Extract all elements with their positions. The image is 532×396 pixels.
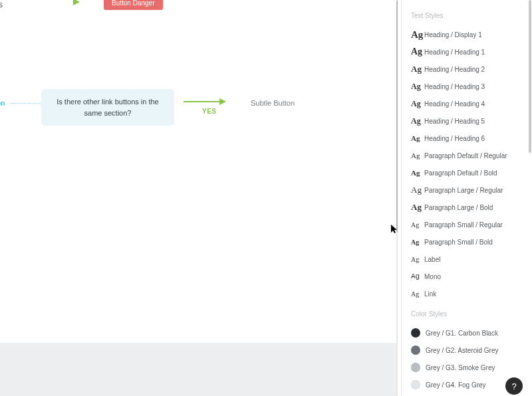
ag-sample-icon: Ag <box>411 116 424 126</box>
text-style-name: Heading / Heading 1 <box>424 49 485 56</box>
text-style-name: Paragraph Default / Regular <box>424 152 507 159</box>
text-style-name: Paragraph Small / Bold <box>424 239 493 246</box>
text-style-item[interactable]: AgParagraph Large / Bold <box>411 199 532 216</box>
text-style-name: Paragraph Small / Regular <box>424 221 503 229</box>
text-style-item[interactable]: AgLink <box>411 285 532 302</box>
color-style-name: Grey / G3. Smoke Grey <box>426 364 495 371</box>
text-style-item[interactable]: AgParagraph Small / Bold <box>411 233 532 250</box>
text-style-item[interactable]: AgParagraph Large / Regular <box>411 181 532 199</box>
text-style-name: Link <box>424 290 436 298</box>
text-style-item[interactable]: AgParagraph Small / Regular <box>411 216 532 233</box>
text-styles-heading: Text Styles <box>411 12 532 19</box>
text-style-item[interactable]: AgHeading / Heading 4 <box>411 95 532 112</box>
text-style-name: Heading / Heading 2 <box>424 66 485 73</box>
help-button[interactable]: ? <box>505 377 523 395</box>
text-style-item[interactable]: AgHeading / Heading 6 <box>411 130 532 147</box>
color-style-name: Grey / G4. Fog Grey <box>426 381 486 389</box>
text-style-item[interactable]: AgParagraph Default / Bold <box>411 164 532 181</box>
dotted-connector <box>10 103 41 104</box>
text-style-name: Heading / Heading 5 <box>424 118 485 125</box>
color-style-item[interactable]: Grey / G3. Smoke Grey <box>411 359 532 376</box>
text-style-item[interactable]: AgHeading / Heading 2 <box>411 60 532 78</box>
ag-sample-icon: Ag <box>411 290 424 298</box>
color-style-name: Grey / G2. Asteroid Grey <box>426 347 498 354</box>
ag-sample-icon: Ag <box>411 64 424 74</box>
ag-sample-icon: Ag <box>411 202 424 213</box>
text-style-name: Heading / Heading 6 <box>424 135 485 142</box>
canvas-section-bg <box>0 343 398 396</box>
cropped-label: s <box>0 0 3 9</box>
text-style-item[interactable]: AgParagraph Default / Regular <box>411 147 532 164</box>
ag-sample-icon: Ag <box>411 134 424 142</box>
text-style-name: Heading / Heading 4 <box>424 100 485 108</box>
ag-sample-icon: Ag <box>411 151 424 159</box>
color-style-item[interactable]: Grey / G2. Asteroid Grey <box>411 342 532 359</box>
subtle-button-label: Subtle Button <box>251 99 295 107</box>
text-style-name: Label <box>424 256 440 263</box>
color-styles-heading: Color Styles <box>411 310 532 318</box>
ag-sample-icon: Ag <box>411 169 424 177</box>
panel-scrollbar-thumb[interactable] <box>529 0 531 153</box>
canvas-scrollbar[interactable] <box>396 0 398 396</box>
ag-sample-icon: Ag <box>411 82 424 92</box>
text-style-item[interactable]: AgHeading / Heading 5 <box>411 112 532 130</box>
text-style-name: Paragraph Large / Bold <box>424 204 493 211</box>
color-swatch-icon <box>411 328 420 338</box>
color-swatch-icon <box>411 363 420 372</box>
ag-sample-icon: Ag <box>411 29 424 41</box>
text-style-name: Heading / Heading 3 <box>424 83 485 90</box>
decision-node[interactable]: Is there other link buttons in the same … <box>41 89 174 126</box>
text-style-item[interactable]: AgHeading / Display 1 <box>411 26 532 43</box>
text-style-item[interactable]: AgLabel <box>411 250 532 268</box>
arrow-icon <box>73 0 80 5</box>
color-swatch-icon <box>411 346 420 355</box>
ag-sample-icon: Ag <box>411 256 424 263</box>
arrow-yes <box>184 101 221 102</box>
text-style-item[interactable]: AgMono <box>411 268 532 285</box>
ag-sample-icon: Ag <box>411 47 424 57</box>
styles-panel: Text Styles AgHeading / Display 1AgHeadi… <box>401 0 532 396</box>
cropped-link-label: tton <box>0 99 5 107</box>
color-swatch-icon <box>411 380 420 389</box>
text-style-item[interactable]: AgHeading / Heading 1 <box>411 43 532 60</box>
design-canvas[interactable]: s Button Danger tton Is there other link… <box>0 0 398 396</box>
text-style-name: Heading / Display 1 <box>424 31 482 39</box>
arrow-yes-label: YES <box>202 108 217 115</box>
canvas-scrollbar-thumb[interactable] <box>396 0 398 233</box>
text-style-name: Paragraph Default / Bold <box>424 169 497 177</box>
ag-sample-icon: Ag <box>411 185 424 195</box>
color-style-item[interactable]: Grey / G1. Carbon Black <box>411 324 532 342</box>
color-style-name: Grey / G1. Carbon Black <box>426 330 498 337</box>
ag-sample-icon: Ag <box>411 221 424 229</box>
button-danger[interactable]: Button Danger <box>104 0 163 10</box>
text-style-name: Paragraph Large / Regular <box>424 187 503 194</box>
text-style-name: Mono <box>424 273 441 280</box>
ag-sample-icon: Ag <box>411 272 424 280</box>
panel-scrollbar[interactable] <box>529 0 531 396</box>
ag-sample-icon: Ag <box>411 239 424 246</box>
ag-sample-icon: Ag <box>411 99 424 109</box>
text-style-item[interactable]: AgHeading / Heading 3 <box>411 78 532 95</box>
